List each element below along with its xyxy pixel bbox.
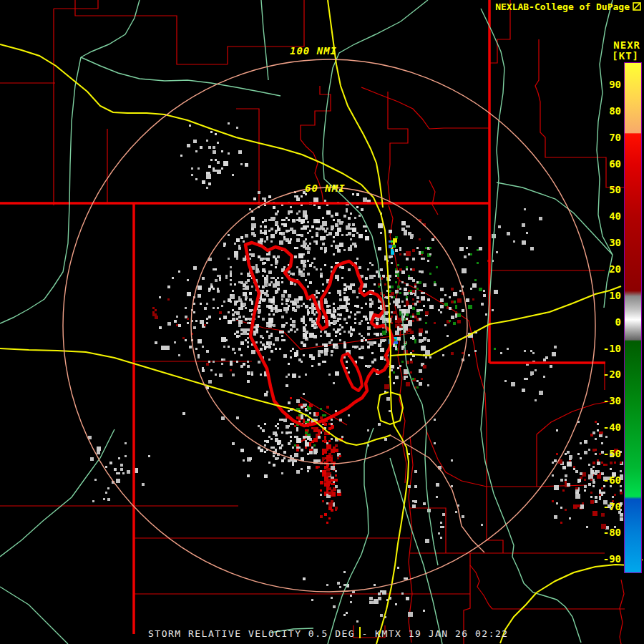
echo-cluster-south-red-column: [316, 427, 343, 524]
colorbar-tick: -80: [588, 527, 621, 538]
range-ring-outer-label: 100 NMI: [290, 45, 337, 57]
product-label: NEXR: [613, 39, 640, 51]
colorbar-tick: 80: [588, 105, 621, 117]
range-ring-inner-label: 60 NMI: [305, 182, 346, 194]
colorbar-tick: 90: [588, 79, 621, 90]
echo-cluster-bottom-center-sparse: [303, 567, 425, 623]
colorbar-tick: 40: [588, 210, 621, 222]
radar-map: [0, 0, 644, 644]
colorbar-tick: 10: [588, 290, 621, 301]
colorbar-tick: 0: [588, 316, 621, 328]
island-outline: [341, 353, 362, 391]
lake-outline: [245, 243, 393, 426]
echo-cluster-ne-sparse: [464, 208, 542, 262]
colorbar-tick: -90: [588, 553, 621, 565]
yellow-roads: [0, 0, 643, 644]
colorbar-tick: 70: [588, 132, 621, 143]
colorbar-tick: -30: [588, 395, 621, 406]
echo-cluster-south-gray: [240, 419, 321, 478]
colorbar-tick: -10: [588, 343, 621, 354]
cod-logo-icon: [633, 2, 641, 11]
echo-cluster-nw-sparse: [180, 122, 248, 189]
colorbar-tick: -60: [588, 474, 621, 486]
colorbar-tick: 60: [588, 158, 621, 170]
product-title: STORM RELATIVE VELOCITY 0.5 DEG - KMTX 1…: [148, 628, 509, 639]
radar-display: NEXLAB-College of DuPage NEXR [KT] 90807…: [0, 0, 644, 644]
echo-cluster-right-mid-sparse: [500, 346, 557, 401]
colorbar-tick: 50: [588, 184, 621, 195]
colorbar-tick: -40: [588, 421, 621, 433]
echo-cluster-nw-red-spot: [152, 307, 158, 319]
colorbar-gradient: [624, 62, 642, 573]
branding-text: NEXLAB-College of DuPage: [495, 1, 630, 12]
branding: NEXLAB-College of DuPage: [495, 1, 641, 12]
echo-cluster-wide-scatter: [172, 197, 473, 488]
colorbar-tick: -70: [588, 501, 621, 512]
colorbar-tick: -20: [588, 369, 621, 380]
units-label: [KT]: [612, 50, 639, 62]
colorbar-tick: 30: [588, 237, 621, 248]
echo-cluster-velocity-couplet-north: [389, 238, 397, 255]
colorbar-tick: 20: [588, 263, 621, 275]
echo-cluster-left-sparse: [88, 436, 150, 502]
radar-echoes: [88, 122, 623, 623]
colorbar-tick: -50: [588, 448, 621, 459]
